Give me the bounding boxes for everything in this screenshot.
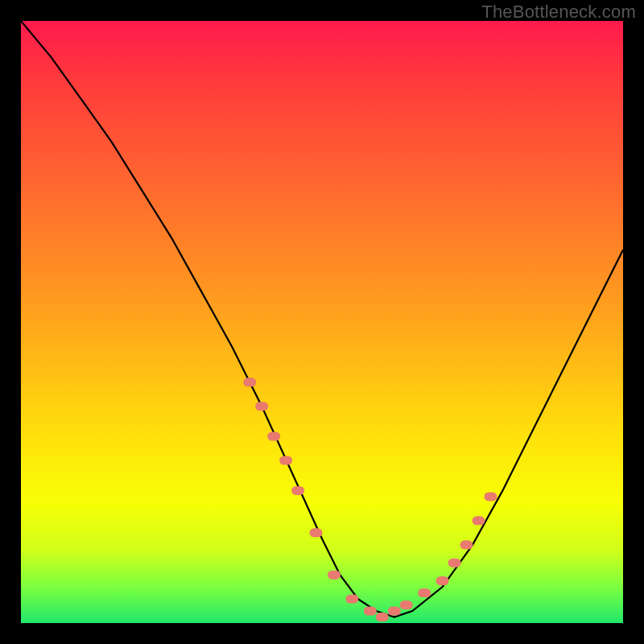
marker-dot <box>484 492 497 501</box>
watermark-label: TheBottleneck.com <box>481 2 636 23</box>
marker-dot <box>400 601 413 609</box>
marker-dot <box>291 486 304 495</box>
marker-dot <box>448 559 461 568</box>
marker-dot <box>345 595 358 604</box>
marker-dot <box>364 607 377 616</box>
highlight-markers <box>243 378 497 621</box>
marker-dot <box>243 378 256 386</box>
plot-area <box>21 21 623 623</box>
marker-dot <box>473 516 485 525</box>
marker-dot <box>418 588 431 597</box>
marker-dot <box>388 607 401 616</box>
marker-dot <box>328 571 341 580</box>
bottleneck-curve <box>21 21 623 617</box>
marker-dot <box>460 540 473 549</box>
marker-dot <box>267 432 280 441</box>
chart-frame: TheBottleneck.com <box>0 0 644 644</box>
marker-dot <box>376 613 389 621</box>
marker-dot <box>279 456 292 465</box>
marker-dot <box>436 576 449 585</box>
marker-dot <box>310 528 323 537</box>
marker-dot <box>255 402 268 411</box>
chart-svg <box>21 21 623 623</box>
